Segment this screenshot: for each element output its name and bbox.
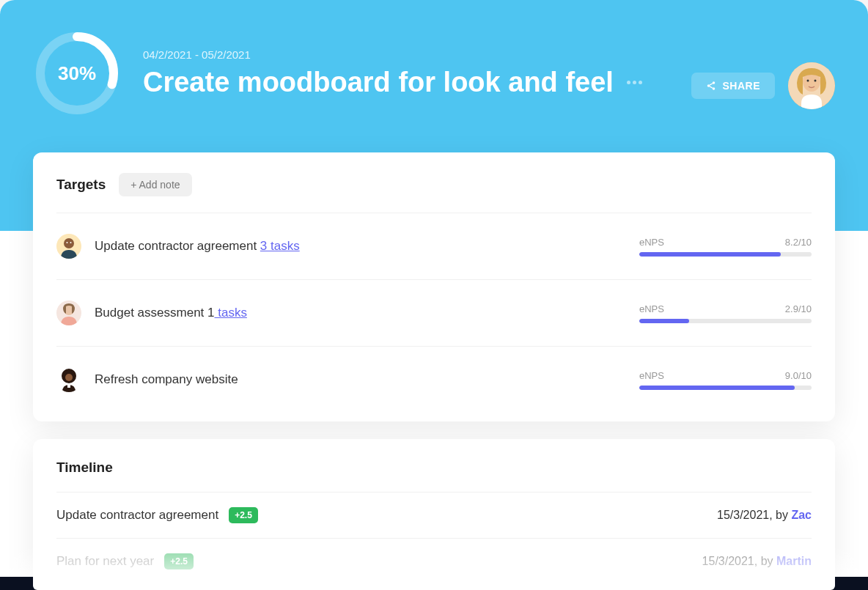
task-link[interactable]: 3 tasks bbox=[260, 239, 300, 253]
more-options-icon[interactable] bbox=[627, 81, 642, 84]
footer-bar bbox=[0, 577, 868, 590]
svg-point-8 bbox=[814, 80, 817, 82]
share-button[interactable]: SHARE bbox=[691, 73, 775, 99]
score-badge: +2.5 bbox=[164, 553, 194, 569]
share-button-label: SHARE bbox=[722, 80, 760, 92]
targets-section-title: Targets bbox=[56, 177, 106, 193]
metric-score: 9.0/10 bbox=[785, 370, 812, 381]
metric-label: eNPS bbox=[639, 237, 664, 248]
target-label: Update contractor agreement 3 tasks bbox=[95, 239, 300, 254]
score-badge: +2.5 bbox=[229, 507, 258, 523]
timeline-card: Timeline Update contractor agreement +2.… bbox=[33, 439, 835, 590]
timeline-author: Martin bbox=[776, 555, 812, 567]
svg-point-2 bbox=[713, 81, 716, 84]
target-label: Refresh company website bbox=[95, 372, 238, 387]
metric-label: eNPS bbox=[639, 303, 664, 314]
svg-point-4 bbox=[713, 87, 716, 90]
share-icon bbox=[706, 81, 716, 91]
timeline-item-label: Plan for next year bbox=[56, 554, 154, 569]
svg-point-10 bbox=[64, 238, 74, 248]
svg-point-17 bbox=[65, 374, 73, 381]
timeline-meta: 15/3/2021, by Zac bbox=[717, 509, 812, 522]
assignee-avatar bbox=[56, 300, 81, 325]
date-range: 04/2/2021 - 05/2/2021 bbox=[143, 48, 835, 61]
target-row[interactable]: Refresh company website eNPS 9.0/10 bbox=[56, 346, 812, 413]
metric-label: eNPS bbox=[639, 370, 664, 381]
metric-score: 8.2/10 bbox=[785, 237, 812, 248]
target-label: Budget assessment 1 tasks bbox=[95, 306, 247, 320]
user-avatar[interactable] bbox=[788, 62, 835, 109]
add-note-button[interactable]: + Add note bbox=[119, 173, 191, 196]
page-title: Create moodboard for look and feel bbox=[143, 67, 614, 98]
svg-point-7 bbox=[807, 80, 809, 82]
timeline-item-label: Update contractor agreement bbox=[56, 508, 218, 523]
metric-bar bbox=[639, 319, 812, 323]
target-row[interactable]: Update contractor agreement 3 tasks eNPS… bbox=[56, 213, 812, 279]
progress-ring: 30% bbox=[33, 29, 121, 117]
svg-rect-18 bbox=[67, 383, 70, 388]
timeline-author: Zac bbox=[791, 509, 812, 521]
assignee-avatar bbox=[56, 234, 81, 259]
targets-card: Targets + Add note Update contractor agr… bbox=[33, 152, 835, 421]
timeline-section-title: Timeline bbox=[56, 460, 812, 476]
metric-score: 2.9/10 bbox=[785, 303, 812, 314]
progress-percent-label: 30% bbox=[58, 62, 96, 85]
task-link[interactable]: tasks bbox=[214, 306, 246, 320]
metric-bar bbox=[639, 386, 812, 390]
svg-point-3 bbox=[707, 84, 710, 87]
target-row[interactable]: Budget assessment 1 tasks eNPS 2.9/10 bbox=[56, 279, 812, 346]
timeline-meta: 15/3/2021, by Martin bbox=[702, 555, 812, 568]
metric-bar bbox=[639, 252, 812, 257]
timeline-row[interactable]: Update contractor agreement +2.5 15/3/20… bbox=[56, 492, 812, 538]
svg-point-12 bbox=[70, 242, 72, 243]
svg-point-11 bbox=[67, 242, 68, 243]
assignee-avatar bbox=[56, 367, 81, 392]
